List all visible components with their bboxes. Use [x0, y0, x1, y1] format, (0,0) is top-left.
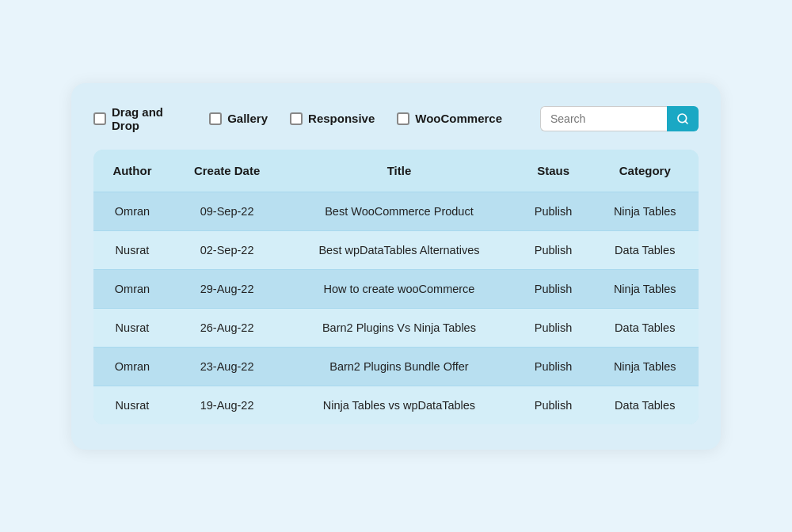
status-cell: Publish: [516, 308, 592, 347]
date-cell: 09-Sep-22: [171, 192, 283, 230]
filter-checkbox-3[interactable]: [397, 112, 409, 125]
status-cell: Publish: [516, 230, 592, 269]
search-wrapper: [540, 106, 699, 131]
filter-item-responsive[interactable]: Responsive: [290, 112, 375, 125]
col-header-author: Author: [93, 150, 171, 192]
author-cell: Omran: [93, 347, 171, 386]
status-cell: Publish: [516, 347, 592, 386]
filter-label-1: Gallery: [227, 112, 268, 125]
filter-item-woocommerce[interactable]: WooCommerce: [397, 112, 502, 125]
date-cell: 02-Sep-22: [171, 230, 283, 269]
filter-checkbox-0[interactable]: [93, 112, 106, 125]
table-row: Omran23-Aug-22Barn2 Plugins Bundle Offer…: [93, 347, 699, 386]
table-body: Omran09-Sep-22Best WooCommerce ProductPu…: [93, 192, 699, 424]
author-cell: Omran: [93, 192, 171, 230]
table-row: Nusrat02-Sep-22Best wpDataTables Alterna…: [93, 230, 699, 269]
main-card: Drag and DropGalleryResponsiveWooCommerc…: [71, 83, 721, 450]
filter-item-gallery[interactable]: Gallery: [209, 112, 268, 125]
table-row: Omran09-Sep-22Best WooCommerce ProductPu…: [93, 192, 699, 230]
filter-label-2: Responsive: [308, 112, 375, 125]
table-wrapper: AuthorCreate DateTitleStausCategory Omra…: [93, 150, 699, 424]
table-header: AuthorCreate DateTitleStausCategory: [93, 150, 699, 192]
status-cell: Publish: [516, 386, 592, 424]
title-cell: Best WooCommerce Product: [283, 192, 515, 230]
status-cell: Publish: [516, 269, 592, 308]
category-cell: Ninja Tables: [592, 192, 699, 230]
search-input[interactable]: [540, 106, 667, 131]
search-button[interactable]: [667, 106, 699, 131]
col-header-title: Title: [283, 150, 515, 192]
toolbar: Drag and DropGalleryResponsiveWooCommerc…: [93, 105, 699, 132]
title-cell: How to create wooCommerce: [283, 269, 515, 308]
author-cell: Nusrat: [93, 386, 171, 424]
category-cell: Ninja Tables: [592, 269, 699, 308]
title-cell: Ninja Tables vs wpDataTables: [283, 386, 515, 424]
table-row: Omran29-Aug-22How to create wooCommerceP…: [93, 269, 699, 308]
title-cell: Barn2 Plugins Vs Ninja Tables: [283, 308, 515, 347]
date-cell: 19-Aug-22: [171, 386, 283, 424]
data-table: AuthorCreate DateTitleStausCategory Omra…: [93, 150, 699, 424]
table-row: Nusrat26-Aug-22Barn2 Plugins Vs Ninja Ta…: [93, 308, 699, 347]
filter-checkbox-2[interactable]: [290, 112, 303, 125]
category-cell: Data Tables: [592, 230, 699, 269]
col-header-staus: Staus: [516, 150, 592, 192]
author-cell: Omran: [93, 269, 171, 308]
category-cell: Ninja Tables: [592, 347, 699, 386]
title-cell: Barn2 Plugins Bundle Offer: [283, 347, 515, 386]
filter-item-drag-and-drop[interactable]: Drag and Drop: [93, 105, 187, 132]
search-icon: [676, 112, 689, 125]
date-cell: 29-Aug-22: [171, 269, 283, 308]
filter-label-0: Drag and Drop: [112, 105, 187, 132]
filter-checkbox-1[interactable]: [209, 112, 222, 125]
col-header-category: Category: [592, 150, 699, 192]
svg-line-1: [685, 121, 687, 124]
status-cell: Publish: [516, 192, 592, 230]
category-cell: Data Tables: [592, 386, 699, 424]
title-cell: Best wpDataTables Alternatives: [283, 230, 515, 269]
author-cell: Nusrat: [93, 308, 171, 347]
table-row: Nusrat19-Aug-22Ninja Tables vs wpDataTab…: [93, 386, 699, 424]
date-cell: 26-Aug-22: [171, 308, 283, 347]
category-cell: Data Tables: [592, 308, 699, 347]
author-cell: Nusrat: [93, 230, 171, 269]
filter-label-3: WooCommerce: [415, 112, 502, 125]
col-header-create-date: Create Date: [171, 150, 283, 192]
date-cell: 23-Aug-22: [171, 347, 283, 386]
